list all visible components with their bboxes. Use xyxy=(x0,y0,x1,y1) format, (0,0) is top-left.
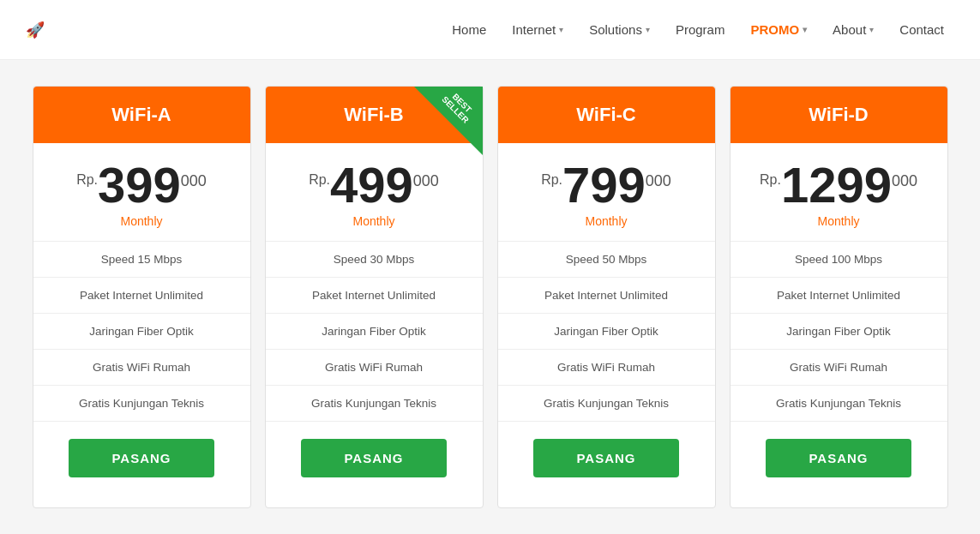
price-monthly: Monthly xyxy=(585,214,627,241)
price-decimal: 000 xyxy=(892,172,917,190)
plan-footer: PASANG xyxy=(266,422,483,493)
feature-item: Jaringan Fiber Optik xyxy=(266,314,483,350)
plan-price: Rp.799000 xyxy=(541,143,671,214)
plan-footer: PASANG xyxy=(730,422,947,493)
logo-icon: 🚀 xyxy=(26,21,45,39)
nav-item-internet[interactable]: Internet ▾ xyxy=(502,15,574,44)
feature-item: Paket Internet Unlimited xyxy=(730,278,947,314)
feature-item: Gratis WiFi Rumah xyxy=(33,350,250,386)
price-rp: Rp. xyxy=(541,172,562,188)
plan-price: Rp.399000 xyxy=(76,143,207,214)
feature-item: Speed 50 Mbps xyxy=(498,242,715,278)
plan-card-wifi-c: WiFi-C Rp.799000 Monthly Speed 50 Mbps P… xyxy=(497,86,716,508)
feature-item: Gratis Kunjungan Teknis xyxy=(266,386,483,422)
plan-header: WiFi-D xyxy=(730,87,947,143)
price-main: 399 xyxy=(98,160,181,210)
feature-item: Gratis WiFi Rumah xyxy=(498,350,715,386)
feature-item: Paket Internet Unlimited xyxy=(266,278,483,314)
feature-item: Gratis Kunjungan Teknis xyxy=(33,386,250,422)
feature-item: Paket Internet Unlimited xyxy=(33,278,250,314)
nav-item-program[interactable]: Program xyxy=(665,15,736,44)
nav-menu: Home Internet ▾ Solutions ▾ Program PROM… xyxy=(442,15,954,44)
price-main: 799 xyxy=(562,160,646,210)
nav-item-about[interactable]: About ▾ xyxy=(822,15,884,44)
price-decimal: 000 xyxy=(413,172,439,190)
pasang-button[interactable]: PASANG xyxy=(766,439,911,477)
plan-card-wifi-a: WiFi-A Rp.399000 Monthly Speed 15 Mbps P… xyxy=(33,86,251,508)
plan-features: Speed 15 Mbps Paket Internet Unlimited J… xyxy=(33,241,250,422)
feature-item: Gratis Kunjungan Teknis xyxy=(498,386,715,422)
feature-item: Paket Internet Unlimited xyxy=(498,278,715,314)
chevron-down-icon: ▾ xyxy=(803,25,807,34)
price-rp: Rp. xyxy=(760,172,781,188)
nav-item-promo[interactable]: PROMO ▾ xyxy=(740,15,817,44)
feature-item: Jaringan Fiber Optik xyxy=(33,314,250,350)
feature-item: Jaringan Fiber Optik xyxy=(498,314,715,350)
feature-item: Speed 30 Mbps xyxy=(266,242,483,278)
navbar: 🚀 Home Internet ▾ Solutions ▾ Program PR… xyxy=(0,0,980,60)
plan-card-wifi-b: BESTSELLER WiFi-B Rp.499000 Monthly Spee… xyxy=(265,86,484,508)
feature-item: Gratis Kunjungan Teknis xyxy=(730,386,947,422)
logo: 🚀 xyxy=(26,21,50,39)
feature-item: Jaringan Fiber Optik xyxy=(730,314,947,350)
price-monthly: Monthly xyxy=(817,214,859,241)
plan-features: Speed 50 Mbps Paket Internet Unlimited J… xyxy=(498,241,715,422)
nav-item-home[interactable]: Home xyxy=(442,15,496,44)
chevron-down-icon: ▾ xyxy=(869,25,874,34)
chevron-down-icon: ▾ xyxy=(646,25,650,34)
chevron-down-icon: ▾ xyxy=(559,25,563,34)
plan-footer: PASANG xyxy=(33,422,250,493)
plan-features: Speed 30 Mbps Paket Internet Unlimited J… xyxy=(266,241,483,422)
price-decimal: 000 xyxy=(181,172,207,190)
price-monthly: Monthly xyxy=(120,214,162,241)
feature-item: Gratis WiFi Rumah xyxy=(266,350,483,386)
pasang-button[interactable]: PASANG xyxy=(533,439,678,477)
feature-item: Gratis WiFi Rumah xyxy=(730,350,947,386)
plan-header: WiFi-A xyxy=(33,87,250,143)
feature-item: Speed 15 Mbps xyxy=(33,242,250,278)
plan-price: Rp.1299000 xyxy=(760,143,917,214)
nav-item-solutions[interactable]: Solutions ▾ xyxy=(579,15,660,44)
plan-footer: PASANG xyxy=(498,422,715,493)
plan-header: WiFi-C xyxy=(498,87,715,143)
price-monthly: Monthly xyxy=(352,214,394,241)
nav-item-contact[interactable]: Contact xyxy=(889,15,954,44)
plan-features: Speed 100 Mbps Paket Internet Unlimited … xyxy=(730,241,947,422)
price-decimal: 000 xyxy=(646,172,671,190)
price-rp: Rp. xyxy=(76,172,98,188)
plan-card-wifi-d: WiFi-D Rp.1299000 Monthly Speed 100 Mbps… xyxy=(730,86,948,508)
plans-section: WiFi-A Rp.399000 Monthly Speed 15 Mbps P… xyxy=(0,60,980,534)
price-main: 1299 xyxy=(781,160,892,210)
price-rp: Rp. xyxy=(309,172,330,188)
pasang-button[interactable]: PASANG xyxy=(301,439,446,477)
feature-item: Speed 100 Mbps xyxy=(730,242,947,278)
pasang-button[interactable]: PASANG xyxy=(69,439,213,477)
price-main: 499 xyxy=(330,160,413,210)
